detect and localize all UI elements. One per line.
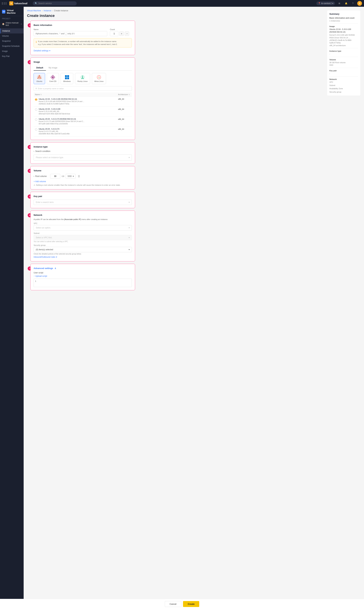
tab-default[interactable]: Default [34,65,46,71]
tab-my-image[interactable]: My image [46,65,60,71]
network-wrapper: 6 Network A public IP can be allocated f… [30,211,135,261]
main-content: Virtual Machine › Instance › Create inst… [24,7,138,609]
inbound-outbound-rules-link[interactable]: Inbound/Outbound rules ▾ [34,256,132,258]
key-pair-wrapper: 5 Key pair Enter a search term. ▾ [30,192,135,208]
breadcrumb-virtual-machine[interactable]: Virtual Machine [27,10,41,12]
summary-divider-5 [329,76,358,77]
user-script-label: User script [34,271,132,274]
sort-icon-name[interactable]: ⇅ [40,94,42,95]
script-area[interactable]: 1 [34,279,132,287]
sidebar-item-volume[interactable]: Volume [0,33,24,39]
network-section: Network A public IP can be allocated fro… [30,211,135,261]
os-btn-rocky[interactable]: Rocky Linux [75,73,90,84]
advanced-wrapper: 7 Advanced settings ∧ User script ↑ Uplo… [30,264,135,290]
upload-script-button[interactable]: ↑ Upload script [34,275,132,277]
help-icon[interactable]: ? [351,1,355,6]
sidebar-item-snapshot[interactable]: Snapshot [0,39,24,44]
count-field-group: Count + − [110,28,132,36]
svg-point-4 [40,78,41,79]
name-field-label: Name [34,28,107,30]
add-volume-button[interactable]: + Add volume [34,180,132,183]
volume-delete-icon[interactable]: 🗑 [78,175,80,178]
summary-title: Summary [329,13,358,15]
basic-info-row: Name Count + − [34,28,132,36]
chevron-down-icon: ▾ [129,236,130,239]
instance-type-label: Instance type [34,146,132,148]
sidebar-project-name[interactable]: 🏠 chaos-manual-test › [0,21,24,27]
avatar[interactable]: S [357,1,362,6]
root-volume-size-input[interactable] [50,174,60,179]
name-field-group: Name [34,28,107,36]
image-row-1[interactable]: Ubuntu 22.04 - 5.15.0-100 Kernel 5.15.0-… [34,107,132,117]
breadcrumb: Virtual Machine › Instance › Create inst… [27,10,135,12]
os-btn-alma[interactable]: Alma Linux [92,73,106,84]
sidebar-item-key-pair[interactable]: Key Pair [0,54,24,59]
volume-type-select[interactable]: SSD ▾ [66,174,76,179]
region-selector[interactable]: 📍 kr-central-2 ▾ [316,1,335,5]
chevron-down-icon: ▾ [129,201,130,203]
svg-marker-6 [52,76,54,78]
key-pair-search[interactable]: Enter a search term. ▾ [34,200,132,205]
associate-public-ip-ref: [Associate public IP] [64,218,81,220]
image-row-3[interactable]: Ubuntu 20.04 - 5.4.0-173 Kernel 5.4.0.17… [34,127,132,136]
chevron-down-icon: ▾ [129,156,130,159]
image-row-2[interactable]: Ubuntu 20.04 - 5.4.0-173 (NVIDIA 550.54.… [34,117,132,127]
root-volume-row: › Root volume GB SSD ▾ 🗑 [34,174,132,179]
sidebar-item-snapshot-schedule[interactable]: Snapshot Schedule [0,44,24,49]
app-logo: K kakaocloud [9,1,27,5]
security-group-select[interactable]: (0) item(s) selected ▾ [34,247,132,252]
image-radio-2[interactable] [35,118,37,121]
os-btn-centos[interactable]: Cent OS [47,73,59,84]
sidebar-item-instance[interactable]: Instance [0,28,24,33]
chevron-down-icon: ▾ [56,256,57,258]
os-btn-windows[interactable]: Windows [61,73,73,84]
image-row-0[interactable]: Ubuntu 22.04 - 5.15.0-100 (NVIDIA 550.54… [34,97,132,107]
summary-key-pair-title: Key pair [329,70,358,72]
instance-type-wrapper: 3 Instance type › Search condition Pleas… [30,142,135,164]
image-table: Name ⇅ Architecture ⇅ [34,93,132,137]
sidebar: VM Virtual Machine Project 🏠 chaos-manua… [0,7,24,609]
summary-panel: Summary Basic information and count 1 in… [327,10,361,96]
cancel-button[interactable]: Cancel [165,601,181,607]
detail-settings-link[interactable]: Detailed settings ▾ [34,50,132,52]
advanced-settings-header[interactable]: Advanced settings ∧ [34,267,132,270]
name-input[interactable] [34,31,107,36]
search-condition-link[interactable]: › Search condition [34,150,132,152]
svg-point-2 [39,75,40,76]
network-note: A public IP can be allocated from the [A… [34,218,132,220]
count-input[interactable] [110,31,118,36]
footer-bar: Cancel Create [0,599,364,609]
sidebar-item-image[interactable]: Image [0,49,24,54]
count-label: Count [110,28,132,30]
home-icon: 🏠 [2,23,5,25]
search-bar[interactable]: 🔍 Search service [33,1,77,5]
page-title: Create instance [27,14,135,18]
alert-icon[interactable]: 🔔 [344,1,349,6]
create-button[interactable]: Create [183,601,199,607]
ubuntu-icon [37,75,42,80]
image-radio-1[interactable] [35,108,37,111]
chevron-right-icon: › [21,23,22,25]
breadcrumb-sep-1: › [42,10,43,12]
image-search-filter[interactable]: ⊟ Enter a property name or value. [34,86,132,91]
vpc-select[interactable]: Select an option. ▾ [34,225,132,230]
os-btn-ubuntu[interactable]: Ubuntu [34,73,45,84]
app-grid-icon[interactable] [2,2,7,5]
summary-instance-type-title: Instance type [329,50,358,52]
warning-icon: ⚠ [34,184,35,186]
top-nav-right: 📍 kr-central-2 ▾ ⊞ 🔔 ? S [316,1,362,6]
summary-basic-info-value: 1 instance(s) [329,20,358,22]
volume-warning: ⚠ Setting a root volume smaller than the… [34,184,132,186]
svg-rect-9 [65,77,67,79]
count-decrement-button[interactable]: − [125,31,129,36]
subnet-hint: You can select a subnet after selecting … [34,241,132,243]
image-radio-0[interactable] [35,98,37,101]
sort-icon-arch[interactable]: ⇅ [129,94,130,95]
layout-icon[interactable]: ⊞ [337,1,342,6]
instance-type-select[interactable]: Please select an instance type. ▾ [34,154,132,161]
count-increment-button[interactable]: + [119,31,124,36]
summary-volume-value: 30 GB Root volume [329,61,358,64]
breadcrumb-instance[interactable]: Instance [44,10,51,12]
image-radio-3[interactable] [35,128,37,131]
summary-subnet-label: Subnet [329,84,358,87]
